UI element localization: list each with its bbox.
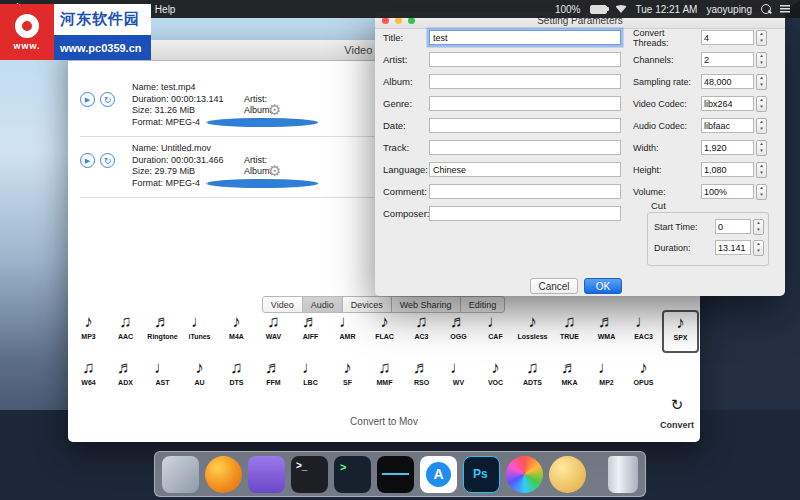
format-ac3[interactable]: ♫AC3 bbox=[403, 310, 440, 353]
dock-notes-icon[interactable] bbox=[248, 456, 285, 493]
dialog-zoom-button[interactable] bbox=[408, 17, 415, 24]
album-input[interactable] bbox=[429, 74, 621, 89]
stepper-up-icon[interactable]: ▲ bbox=[757, 141, 766, 148]
stepper-up-icon[interactable]: ▲ bbox=[757, 163, 766, 170]
format-amr[interactable]: ♩AMR bbox=[329, 310, 366, 353]
format-wv[interactable]: ♩WV bbox=[440, 356, 477, 399]
format-itunes[interactable]: ♩iTunes bbox=[181, 310, 218, 353]
stepper-down-icon[interactable]: ▼ bbox=[757, 148, 766, 155]
dock-firefox-icon[interactable] bbox=[205, 456, 242, 493]
stepper-down-icon[interactable]: ▼ bbox=[757, 126, 766, 133]
channels-field[interactable]: 2 bbox=[701, 52, 754, 67]
format-ringtone[interactable]: ♬Ringtone bbox=[144, 310, 181, 353]
convert-threads-stepper[interactable]: ▲▼ bbox=[756, 30, 767, 46]
format-wav[interactable]: ♫WAV bbox=[255, 310, 292, 353]
format-mka[interactable]: ♬MKA bbox=[551, 356, 588, 399]
start-time-field[interactable]: 0 bbox=[715, 219, 751, 234]
format-ast[interactable]: ♩AST bbox=[144, 356, 181, 399]
format-true[interactable]: ♫TRUE bbox=[551, 310, 588, 353]
format-wma[interactable]: ♬WMA bbox=[588, 310, 625, 353]
stepper-up-icon[interactable]: ▲ bbox=[754, 220, 763, 227]
play-button[interactable]: ▶ bbox=[80, 92, 95, 107]
reconvert-button[interactable]: ↻ bbox=[100, 153, 115, 168]
stepper-down-icon[interactable]: ▼ bbox=[757, 82, 766, 89]
dock-app-store-icon[interactable] bbox=[420, 456, 457, 493]
channels-stepper[interactable]: ▲▼ bbox=[756, 52, 767, 68]
format-ffm[interactable]: ♬FFM bbox=[255, 356, 292, 399]
title-input[interactable]: test bbox=[429, 30, 621, 45]
artist-input[interactable] bbox=[429, 52, 621, 67]
comment-input[interactable] bbox=[429, 184, 621, 199]
dock-photoshop-icon[interactable] bbox=[463, 456, 500, 493]
width-stepper[interactable]: ▲▼ bbox=[756, 140, 767, 156]
volume-stepper[interactable]: ▲▼ bbox=[756, 184, 767, 200]
stepper-up-icon[interactable]: ▲ bbox=[757, 75, 766, 82]
settings-gear-icon[interactable]: ⚙ bbox=[268, 102, 281, 117]
composer-input[interactable] bbox=[429, 206, 621, 221]
format-adts[interactable]: ♫ADTS bbox=[514, 356, 551, 399]
video-codec-stepper[interactable]: ▲▼ bbox=[756, 96, 767, 112]
format-ogg[interactable]: ♬OGG bbox=[440, 310, 477, 353]
sampling-rate-stepper[interactable]: ▲▼ bbox=[756, 74, 767, 90]
format-aac[interactable]: ♫AAC bbox=[107, 310, 144, 353]
stepper-up-icon[interactable]: ▲ bbox=[757, 119, 766, 126]
spotlight-icon[interactable] bbox=[761, 4, 771, 14]
info-icon[interactable]: i bbox=[206, 118, 318, 127]
video-codec-field[interactable]: libx264 bbox=[701, 96, 754, 111]
format-voc[interactable]: ♪VOC bbox=[477, 356, 514, 399]
duration-stepper[interactable]: ▲▼ bbox=[753, 240, 764, 256]
menu-clock[interactable]: Tue 12:21 AM bbox=[636, 4, 698, 15]
stepper-down-icon[interactable]: ▼ bbox=[754, 227, 763, 234]
convert-threads-field[interactable]: 4 bbox=[701, 30, 754, 45]
format-dts[interactable]: ♫DTS bbox=[218, 356, 255, 399]
battery-icon[interactable] bbox=[590, 5, 607, 14]
sampling-rate-field[interactable]: 48,000 bbox=[701, 74, 754, 89]
language-input[interactable]: Chinese bbox=[429, 162, 621, 177]
dock-finder-icon[interactable] bbox=[162, 456, 199, 493]
genre-input[interactable] bbox=[429, 96, 621, 111]
date-input[interactable] bbox=[429, 118, 621, 133]
audio-codec-field[interactable]: libfaac bbox=[701, 118, 754, 133]
track-input[interactable] bbox=[429, 140, 621, 155]
ok-button[interactable]: OK bbox=[584, 278, 622, 294]
format-w64[interactable]: ♫W64 bbox=[70, 356, 107, 399]
format-lossless[interactable]: ♪Lossless bbox=[514, 310, 551, 353]
stepper-up-icon[interactable]: ▲ bbox=[757, 31, 766, 38]
stepper-down-icon[interactable]: ▼ bbox=[757, 104, 766, 111]
format-aiff[interactable]: ♬AIFF bbox=[292, 310, 329, 353]
stepper-up-icon[interactable]: ▲ bbox=[757, 97, 766, 104]
format-sf[interactable]: ♪SF bbox=[329, 356, 366, 399]
format-opus[interactable]: ♪OPUS bbox=[625, 356, 662, 399]
width-field[interactable]: 1,920 bbox=[701, 140, 754, 155]
convert-button[interactable]: ↻ Convert bbox=[654, 396, 700, 432]
dock-trash-icon[interactable] bbox=[608, 456, 638, 493]
format-spx[interactable]: ♪SPX bbox=[662, 310, 699, 353]
settings-gear-icon[interactable]: ⚙ bbox=[268, 163, 281, 178]
menu-user[interactable]: yaoyuping bbox=[706, 4, 752, 15]
format-rso[interactable]: ♬RSO bbox=[403, 356, 440, 399]
stepper-up-icon[interactable]: ▲ bbox=[757, 185, 766, 192]
height-field[interactable]: 1,080 bbox=[701, 162, 754, 177]
format-adx[interactable]: ♬ADX bbox=[107, 356, 144, 399]
wifi-icon[interactable] bbox=[616, 5, 627, 13]
stepper-down-icon[interactable]: ▼ bbox=[757, 170, 766, 177]
format-caf[interactable]: ♩CAF bbox=[477, 310, 514, 353]
play-button[interactable]: ▶ bbox=[80, 153, 95, 168]
volume-field[interactable]: 100% bbox=[701, 184, 754, 199]
dock-terminal-icon[interactable] bbox=[291, 456, 328, 493]
format-au[interactable]: ♪AU bbox=[181, 356, 218, 399]
audio-codec-stepper[interactable]: ▲▼ bbox=[756, 118, 767, 134]
stepper-down-icon[interactable]: ▼ bbox=[757, 192, 766, 199]
stepper-down-icon[interactable]: ▼ bbox=[757, 38, 766, 45]
duration-field[interactable]: 13.141 bbox=[715, 240, 751, 255]
cancel-button[interactable]: Cancel bbox=[530, 278, 578, 294]
stepper-down-icon[interactable]: ▼ bbox=[754, 248, 763, 255]
reconvert-button[interactable]: ↻ bbox=[100, 92, 115, 107]
format-eac3[interactable]: ♩EAC3 bbox=[625, 310, 662, 353]
dock-audio-editor-icon[interactable] bbox=[377, 456, 414, 493]
info-icon[interactable]: i bbox=[206, 179, 318, 188]
format-m4a[interactable]: ♪M4A bbox=[218, 310, 255, 353]
dock-iterm-icon[interactable] bbox=[334, 456, 371, 493]
stepper-down-icon[interactable]: ▼ bbox=[757, 60, 766, 67]
dock-photos-icon[interactable] bbox=[506, 456, 543, 493]
